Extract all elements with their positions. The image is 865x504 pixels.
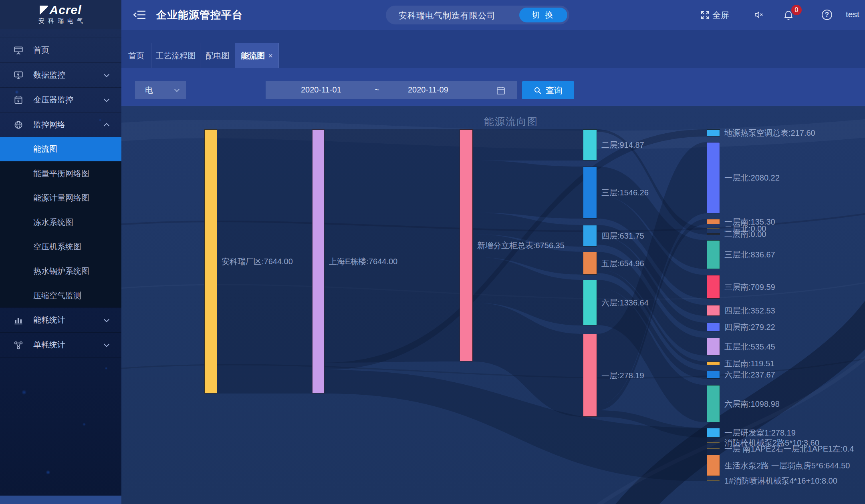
tab-energy-flow[interactable]: 能流图 × — [235, 43, 279, 68]
sankey-node[interactable] — [707, 361, 720, 365]
sidebar-item-label: 压缩空气监测 — [33, 290, 81, 301]
sankey-node[interactable] — [583, 252, 597, 275]
switch-company-button[interactable]: 切 换 — [519, 8, 567, 22]
sidebar-item-energy-metering-network[interactable]: 能源计量网络图 — [0, 186, 121, 210]
sidebar-item-energy-flow[interactable]: 能流图 — [0, 137, 121, 161]
sidebar-item-air-compressor-system[interactable]: 空压机系统图 — [0, 235, 121, 259]
collapse-sidebar-icon[interactable] — [133, 9, 146, 21]
sankey-node[interactable] — [707, 455, 720, 476]
sankey-node[interactable] — [707, 323, 720, 331]
sankey-node[interactable] — [707, 129, 720, 137]
sankey-node-label: 安科瑞厂区:7644.00 — [222, 256, 293, 267]
date-separator: ~ — [375, 85, 379, 94]
chevron-down-icon — [104, 96, 109, 102]
sidebar-item-label: 冻水系统图 — [33, 217, 73, 228]
sankey-node[interactable] — [707, 448, 720, 449]
sankey-node[interactable] — [707, 240, 720, 269]
help-button[interactable]: ? — [822, 10, 832, 20]
sidebar-item-label: 能源计量网络图 — [33, 193, 89, 203]
network-globe-icon — [13, 120, 24, 130]
sankey-node[interactable] — [707, 371, 720, 379]
tab-label: 配电图 — [206, 50, 230, 61]
sankey-node[interactable] — [204, 129, 217, 394]
sidebar-item-label: 热水锅炉系统图 — [33, 266, 89, 277]
sidebar-divider — [0, 357, 121, 357]
sankey-node[interactable] — [312, 129, 325, 394]
fullscreen-button[interactable]: 全屏 — [700, 10, 729, 21]
sankey-node[interactable] — [707, 442, 720, 443]
sankey-node[interactable] — [707, 428, 720, 438]
sidebar-item-energy-balance-network[interactable]: 能量平衡网络图 — [0, 161, 121, 186]
bar-chart-icon — [13, 315, 24, 325]
sankey-node[interactable] — [707, 228, 720, 229]
chevron-down-icon — [104, 71, 109, 77]
sidebar-item-compressed-air-monitoring[interactable]: 压缩空气监测 — [0, 283, 121, 308]
sankey-chart: 能源流向图 安科瑞厂区:7644.00上海E栋楼:7644.00新增分立柜总表:… — [121, 106, 865, 504]
chevron-down-icon — [104, 316, 109, 322]
sidebar-submenu: 能流图 能量平衡网络图 能源计量网络图 冻水系统图 空压机系统图 热水锅炉系统图… — [0, 137, 121, 307]
sankey-node[interactable] — [707, 142, 720, 213]
query-button[interactable]: 查询 — [522, 81, 574, 99]
sidebar-item-hot-water-boiler-system[interactable]: 热水锅炉系统图 — [0, 259, 121, 283]
tab-home[interactable]: 首页 — [121, 43, 151, 68]
sankey-node[interactable] — [707, 480, 720, 481]
sankey-node-label: 生活水泵2路 一层弱点房5*6:644.50 — [724, 460, 850, 471]
sidebar: Acrel 安科瑞电气 首页 数据监控 变压器监控 监控网络 能流图 能量平衡网… — [0, 0, 121, 504]
transformer-icon — [13, 95, 24, 105]
tab-label: 首页 — [128, 50, 144, 61]
tab-label: 工艺流程图 — [156, 50, 196, 61]
energy-type-select[interactable]: 电 — [135, 81, 186, 99]
sidebar-item-home[interactable]: 首页 — [0, 38, 121, 62]
tab-power-distribution[interactable]: 配电图 — [200, 43, 235, 68]
filter-bar: 电 2020-11-01 ~ 2020-11-09 查询 — [121, 68, 865, 106]
sankey-node-label: 一层北:2080.22 — [724, 172, 780, 183]
brand-name: Acrel — [40, 4, 81, 16]
sankey-node[interactable] — [460, 129, 473, 361]
company-selector: 安科瑞电气制造有限公司 切 换 — [386, 6, 569, 24]
sidebar-item-label: 能流图 — [33, 144, 57, 155]
sidebar-item-transformer-monitoring[interactable]: 变压器监控 — [0, 87, 121, 112]
date-end-value: 2020-11-09 — [408, 85, 448, 94]
sankey-node[interactable] — [707, 305, 720, 316]
calendar-icon — [496, 86, 506, 95]
sidebar-item-unit-consumption-stats[interactable]: 单耗统计 — [0, 332, 121, 357]
sankey-node-label: 二层:914.87 — [601, 139, 644, 151]
sidebar-item-label: 单耗统计 — [33, 339, 65, 350]
date-range-picker[interactable]: 2020-11-01 ~ 2020-11-09 — [266, 81, 517, 99]
sankey-node[interactable] — [583, 167, 597, 219]
company-name: 安科瑞电气制造有限公司 — [399, 10, 496, 21]
sankey-node[interactable] — [707, 219, 720, 224]
sankey-node-label: 四层南:279.22 — [724, 321, 775, 333]
sankey-node[interactable] — [707, 385, 720, 422]
sidebar-item-partial[interactable] — [0, 496, 121, 504]
sankey-node[interactable] — [583, 225, 597, 247]
app-root: { "logo": { "brand": "Acrel", "sub": "安科… — [0, 0, 865, 504]
sidebar-item-energy-consumption-stats[interactable]: 能耗统计 — [0, 307, 121, 332]
acrel-logo-mark-icon — [40, 6, 48, 14]
fullscreen-expand-icon — [700, 10, 710, 20]
sidebar-item-monitoring-network[interactable]: 监控网络 — [0, 112, 121, 137]
sidebar-item-label: 数据监控 — [33, 70, 65, 80]
sankey-node[interactable] — [707, 338, 720, 355]
sankey-node[interactable] — [583, 129, 597, 161]
chevron-up-icon — [104, 122, 109, 128]
chart-title: 能源流向图 — [484, 115, 538, 128]
sankey-node-label: 一层:278.19 — [601, 370, 644, 381]
sidebar-item-data-monitoring[interactable]: 数据监控 — [0, 62, 121, 87]
energy-type-value: 电 — [145, 85, 153, 96]
sidebar-item-label: 首页 — [33, 45, 49, 56]
page-title: 企业能源管控平台 — [156, 8, 243, 22]
sankey-node-label: 一层 南1APE2右一层北1APE1左:0.4 — [724, 443, 854, 454]
brand-logo: Acrel 安科瑞电气 — [0, 0, 121, 29]
sankey-node[interactable] — [707, 233, 720, 235]
user-menu[interactable]: test — [846, 10, 859, 19]
sankey-node[interactable] — [583, 280, 597, 325]
sankey-node[interactable] — [583, 334, 597, 417]
sankey-node-label: 上海E栋楼:7644.00 — [329, 256, 397, 267]
sankey-node[interactable] — [707, 275, 720, 299]
speaker-muted-icon — [754, 10, 764, 20]
tab-process-flow[interactable]: 工艺流程图 — [151, 43, 200, 68]
sidebar-item-chilled-water-system[interactable]: 冻水系统图 — [0, 210, 121, 235]
mute-button[interactable] — [754, 10, 764, 20]
close-tab-icon[interactable]: × — [268, 51, 273, 60]
